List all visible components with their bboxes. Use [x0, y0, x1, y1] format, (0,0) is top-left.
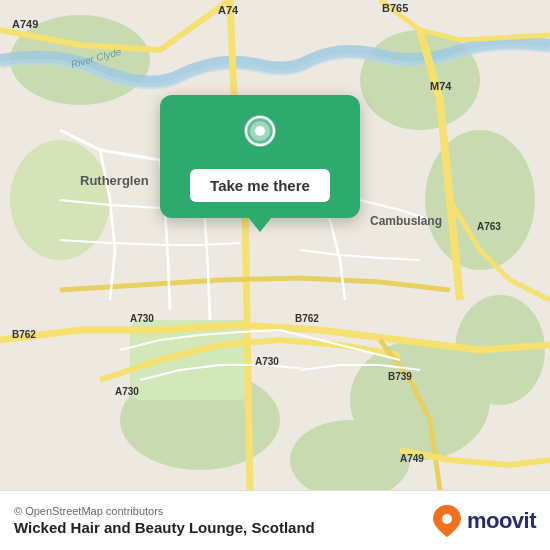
- svg-text:B739: B739: [388, 371, 412, 382]
- location-pin-icon: [238, 113, 282, 157]
- svg-text:A730: A730: [115, 386, 139, 397]
- svg-text:A730: A730: [130, 313, 154, 324]
- popup-card: Take me there: [160, 95, 360, 218]
- svg-text:M74: M74: [430, 80, 452, 92]
- map-container[interactable]: A749 A74 B765 M74 A763 B762 A730 B762 A7…: [0, 0, 550, 490]
- svg-text:A763: A763: [477, 221, 501, 232]
- osm-credit: © OpenStreetMap contributors: [14, 505, 315, 517]
- place-info: © OpenStreetMap contributors Wicked Hair…: [14, 505, 315, 536]
- svg-text:B765: B765: [382, 2, 408, 14]
- moovit-text: moovit: [467, 508, 536, 534]
- svg-text:A749: A749: [12, 18, 38, 30]
- svg-text:B762: B762: [295, 313, 319, 324]
- svg-point-27: [255, 126, 265, 136]
- moovit-pin-icon: [431, 503, 463, 539]
- svg-text:Rutherglen: Rutherglen: [80, 173, 149, 188]
- svg-text:A74: A74: [218, 4, 239, 16]
- svg-text:A749: A749: [400, 453, 424, 464]
- place-name: Wicked Hair and Beauty Lounge, Scotland: [14, 519, 315, 536]
- svg-point-29: [442, 514, 452, 524]
- moovit-logo: moovit: [431, 503, 536, 539]
- svg-text:Cambuslang: Cambuslang: [370, 214, 442, 228]
- svg-text:A730: A730: [255, 356, 279, 367]
- bottom-bar: © OpenStreetMap contributors Wicked Hair…: [0, 490, 550, 550]
- map-background: A749 A74 B765 M74 A763 B762 A730 B762 A7…: [0, 0, 550, 490]
- svg-text:B762: B762: [12, 329, 36, 340]
- take-me-there-button[interactable]: Take me there: [190, 169, 330, 202]
